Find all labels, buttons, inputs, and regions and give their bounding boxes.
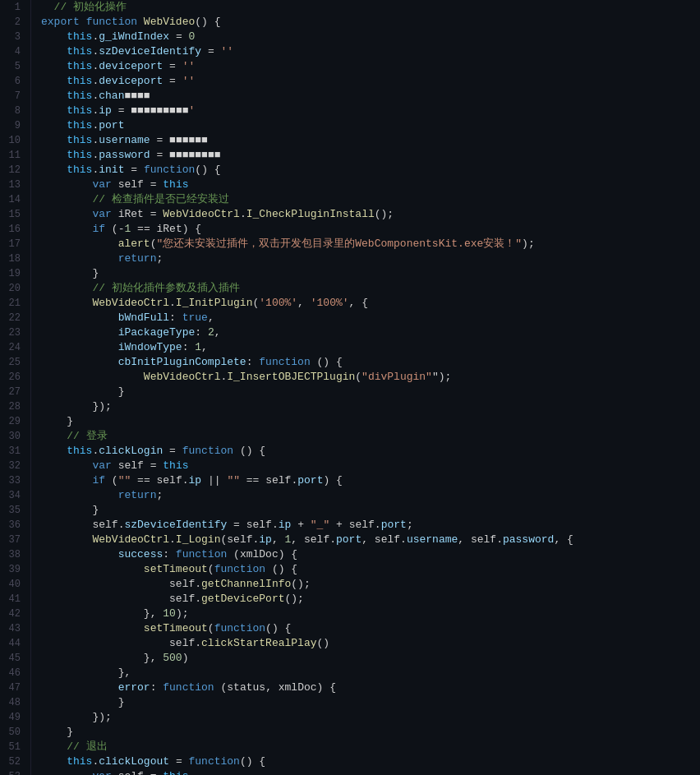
code-line: self.getChannelInfo(); xyxy=(41,577,700,592)
code-line: // 登录 xyxy=(41,429,700,444)
line-number: 34 xyxy=(7,488,21,503)
code-line: return; xyxy=(41,251,700,266)
line-number: 49 xyxy=(7,710,21,725)
line-number: 33 xyxy=(7,473,21,488)
line-number: 12 xyxy=(7,163,21,178)
line-number: 37 xyxy=(7,533,21,547)
code-line: this.ip = ■■■■■■■■■' xyxy=(41,104,700,118)
line-number: 8 xyxy=(7,104,21,118)
line-number: 43 xyxy=(7,621,21,636)
line-number: 22 xyxy=(7,311,21,325)
line-number: 24 xyxy=(7,340,21,355)
line-number: 19 xyxy=(7,266,21,281)
code-line: iPackageType: 2, xyxy=(41,325,700,340)
line-number: 50 xyxy=(7,725,21,740)
line-number: 25 xyxy=(7,355,21,370)
code-line: this.password = ■■■■■■■■ xyxy=(41,148,700,163)
code-line: bWndFull: true, xyxy=(41,311,700,325)
code-line: }, 10); xyxy=(41,607,700,621)
code-line: } xyxy=(41,695,700,710)
code-line: this.init = function() { xyxy=(41,163,700,178)
line-number: 29 xyxy=(7,414,21,429)
code-line: return; xyxy=(41,488,700,503)
code-line: }, 500) xyxy=(41,651,700,666)
code-line: // 检查插件是否已经安装过 xyxy=(41,192,700,207)
line-number: 18 xyxy=(7,251,21,266)
line-number: 3 xyxy=(7,30,21,44)
line-number: 11 xyxy=(7,148,21,163)
code-line: self.szDeviceIdentify = self.ip + "_" + … xyxy=(41,518,700,533)
code-line: alert("您还未安装过插件，双击开发包目录里的WebComponentsKi… xyxy=(41,237,700,251)
line-number: 31 xyxy=(7,444,21,459)
line-number: 23 xyxy=(7,325,21,340)
line-number: 4 xyxy=(7,44,21,59)
line-number: 44 xyxy=(7,636,21,651)
code-line: this.username = ■■■■■■ xyxy=(41,133,700,148)
line-number: 41 xyxy=(7,592,21,607)
line-number: 48 xyxy=(7,695,21,710)
code-line: // 退出 xyxy=(41,740,700,754)
line-number: 32 xyxy=(7,459,21,473)
line-number: 10 xyxy=(7,133,21,148)
line-number: 9 xyxy=(7,118,21,133)
code-line: WebVideoCtrl.I_InsertOBJECTPlugin("divPl… xyxy=(41,370,700,385)
line-number: 47 xyxy=(7,680,21,695)
line-number: 38 xyxy=(7,547,21,562)
line-number: 53 xyxy=(7,769,21,775)
line-number: 16 xyxy=(7,222,21,237)
code-line: } xyxy=(41,266,700,281)
line-number: 14 xyxy=(7,192,21,207)
line-number: 51 xyxy=(7,740,21,754)
code-line: setTimeout(function () { xyxy=(41,562,700,577)
line-number: 7 xyxy=(7,89,21,104)
code-line: self.getDevicePort(); xyxy=(41,592,700,607)
code-editor: 1234567891011121314151617181920212223242… xyxy=(0,0,700,775)
code-line: this.clickLogin = function () { xyxy=(41,444,700,459)
code-content[interactable]: // 初始化操作export function WebVideo() { thi… xyxy=(31,0,700,775)
code-line: // 初始化操作 xyxy=(41,0,700,15)
code-line: if (-1 == iRet) { xyxy=(41,222,700,237)
code-line: this.g_iWndIndex = 0 xyxy=(41,30,700,44)
code-line: } xyxy=(41,414,700,429)
code-line: this.clickLogout = function() { xyxy=(41,754,700,769)
code-line: success: function (xmlDoc) { xyxy=(41,547,700,562)
line-number: 52 xyxy=(7,754,21,769)
line-number: 36 xyxy=(7,518,21,533)
code-line: setTimeout(function() { xyxy=(41,621,700,636)
line-number: 46 xyxy=(7,666,21,680)
line-number: 30 xyxy=(7,429,21,444)
code-line: if ("" == self.ip || "" == self.port) { xyxy=(41,473,700,488)
code-line: iWndowType: 1, xyxy=(41,340,700,355)
code-line: WebVideoCtrl.I_Login(self.ip, 1, self.po… xyxy=(41,533,700,547)
line-number: 35 xyxy=(7,503,21,518)
code-line: error: function (status, xmlDoc) { xyxy=(41,680,700,695)
code-line: this.deviceport = '' xyxy=(41,74,700,89)
code-line: var iRet = WebVideoCtrl.I_CheckPluginIns… xyxy=(41,207,700,222)
line-number: 28 xyxy=(7,399,21,414)
code-line: var self = this xyxy=(41,178,700,192)
line-number: 13 xyxy=(7,178,21,192)
code-line: var self = this xyxy=(41,459,700,473)
line-number: 6 xyxy=(7,74,21,89)
line-number: 26 xyxy=(7,370,21,385)
code-line: this.deviceport = '' xyxy=(41,59,700,74)
line-number: 15 xyxy=(7,207,21,222)
line-number: 17 xyxy=(7,237,21,251)
code-line: } xyxy=(41,725,700,740)
code-line: self.clickStartRealPlay() xyxy=(41,636,700,651)
code-line: }, xyxy=(41,666,700,680)
line-number: 27 xyxy=(7,385,21,399)
line-number: 1 xyxy=(7,0,21,15)
code-line: this.port xyxy=(41,118,700,133)
code-line: this.szDeviceIdentify = '' xyxy=(41,44,700,59)
code-line: this.chan■■■■ xyxy=(41,89,700,104)
line-number: 45 xyxy=(7,651,21,666)
code-line: } xyxy=(41,503,700,518)
code-line: } xyxy=(41,385,700,399)
line-number: 40 xyxy=(7,577,21,592)
code-line: export function WebVideo() { xyxy=(41,15,700,30)
line-number: 39 xyxy=(7,562,21,577)
code-line: }); xyxy=(41,710,700,725)
line-number: 21 xyxy=(7,296,21,311)
line-number: 5 xyxy=(7,59,21,74)
